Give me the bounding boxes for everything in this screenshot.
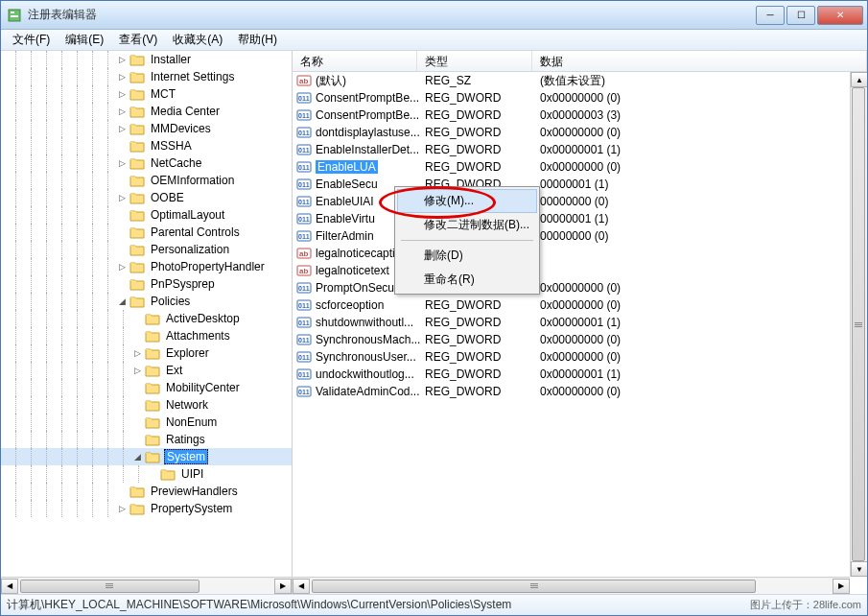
list-row[interactable]: 011EnableUIAIREG_DWORD00000000 (0) <box>293 193 867 210</box>
tree-item[interactable]: ◢Policies <box>1 293 292 310</box>
tree-item[interactable]: Parental Controls <box>1 224 292 241</box>
tree-item[interactable]: ◢System <box>1 448 292 465</box>
list-row[interactable]: 011SynchronousMach...REG_DWORD0x00000000… <box>293 331 867 348</box>
scroll-track[interactable] <box>851 87 866 561</box>
tree-item[interactable]: MSSHA <box>1 137 292 154</box>
expander-icon[interactable]: ▷ <box>116 71 128 83</box>
tree-item[interactable]: Network <box>1 396 292 414</box>
expander-icon[interactable]: ▷ <box>116 88 128 100</box>
ctx-rename[interactable]: 重命名(R) <box>397 268 537 292</box>
expander-icon[interactable]: ◢ <box>116 296 128 307</box>
list-row[interactable]: 011EnableLUAREG_DWORD0x00000000 (0) <box>293 158 867 176</box>
list-row[interactable]: ablegalnoticecaptionREG_SZ <box>293 245 867 262</box>
list-row[interactable]: ablegalnoticetextREG_SZ <box>293 262 867 279</box>
tree-item[interactable]: ActiveDesktop <box>1 310 292 327</box>
expander-icon[interactable] <box>131 399 143 411</box>
expander-icon[interactable]: ▷ <box>116 54 128 65</box>
menu-favorites[interactable]: 收藏夹(A) <box>165 30 230 50</box>
expander-icon[interactable] <box>116 278 128 290</box>
expander-icon[interactable] <box>131 434 143 445</box>
expander-icon[interactable]: ▷ <box>116 106 128 117</box>
tree-item[interactable]: Personalization <box>1 241 292 258</box>
titlebar[interactable]: 注册表编辑器 ─ ☐ ✕ <box>1 1 867 30</box>
tree-hscrollbar[interactable]: ◀ ▶ <box>1 577 292 594</box>
tree-item[interactable]: NonEnum <box>1 414 292 431</box>
expander-icon[interactable] <box>131 416 143 428</box>
expander-icon[interactable] <box>147 468 158 480</box>
scroll-left-icon[interactable]: ◀ <box>1 579 18 594</box>
list-row[interactable]: 011undockwithoutlog...REG_DWORD0x0000000… <box>293 366 867 383</box>
scroll-track[interactable] <box>310 579 833 594</box>
tree-item[interactable]: ▷NetCache <box>1 154 292 172</box>
expander-icon[interactable]: ▷ <box>116 157 128 169</box>
scroll-thumb[interactable] <box>312 580 756 593</box>
tree-item[interactable]: PreviewHandlers <box>1 483 292 500</box>
scroll-thumb[interactable] <box>20 580 199 593</box>
expander-icon[interactable]: ▷ <box>131 347 143 359</box>
menu-file[interactable]: 文件(F) <box>5 30 58 50</box>
list-row[interactable]: 011PromptOnSecureD...REG_DWORD0x00000000… <box>293 279 867 296</box>
list-row[interactable]: 011EnableVirtuREG_DWORD00000001 (1) <box>293 210 867 227</box>
expander-icon[interactable] <box>116 226 128 238</box>
close-button[interactable]: ✕ <box>817 6 863 25</box>
minimize-button[interactable]: ─ <box>756 6 785 25</box>
tree-item[interactable]: ▷Internet Settings <box>1 68 292 85</box>
tree-body[interactable]: ▷Installer▷Internet Settings▷MCT▷Media C… <box>1 51 292 577</box>
scroll-left-icon[interactable]: ◀ <box>293 579 310 594</box>
tree-item[interactable]: Ratings <box>1 431 292 448</box>
tree-item[interactable]: OEMInformation <box>1 172 292 189</box>
tree-item[interactable]: MobilityCenter <box>1 379 292 396</box>
ctx-delete[interactable]: 删除(D) <box>397 244 537 268</box>
scroll-up-icon[interactable]: ▲ <box>851 72 867 87</box>
tree-item[interactable]: ▷Media Center <box>1 103 292 120</box>
expander-icon[interactable] <box>116 244 128 255</box>
maximize-button[interactable]: ☐ <box>786 6 815 25</box>
list-row[interactable]: 011ValidateAdminCod...REG_DWORD0x0000000… <box>293 383 867 400</box>
tree-item[interactable]: ▷PropertySystem <box>1 500 292 517</box>
list-body[interactable]: ab(默认)REG_SZ(数值未设置)011ConsentPromptBe...… <box>293 72 867 594</box>
menu-view[interactable]: 查看(V) <box>111 30 165 50</box>
expander-icon[interactable]: ▷ <box>116 503 128 514</box>
expander-icon[interactable] <box>116 209 128 221</box>
tree-item[interactable]: ▷PhotoPropertyHandler <box>1 258 292 275</box>
list-hscrollbar[interactable]: ◀ ▶ <box>293 577 850 594</box>
expander-icon[interactable] <box>116 175 128 186</box>
list-vscrollbar[interactable]: ▲ ▼ <box>850 72 867 577</box>
tree-item[interactable]: PnPSysprep <box>1 275 292 293</box>
column-type[interactable]: 类型 <box>417 51 532 71</box>
expander-icon[interactable]: ◢ <box>131 451 143 462</box>
tree-item[interactable]: ▷Explorer <box>1 344 292 362</box>
expander-icon[interactable]: ▷ <box>131 365 143 376</box>
list-row[interactable]: 011scforceoptionREG_DWORD0x00000000 (0) <box>293 296 867 314</box>
expander-icon[interactable]: ▷ <box>116 261 128 272</box>
expander-icon[interactable]: ▷ <box>116 192 128 203</box>
ctx-modify-binary[interactable]: 修改二进制数据(B)... <box>397 213 537 237</box>
list-row[interactable]: 011FilterAdminREG_DWORD00000000 (0) <box>293 227 867 245</box>
scroll-thumb[interactable] <box>852 87 865 561</box>
list-row[interactable]: 011shutdownwithoutl...REG_DWORD0x0000000… <box>293 314 867 331</box>
list-row[interactable]: 011EnableInstallerDet...REG_DWORD0x00000… <box>293 141 867 158</box>
tree-item[interactable]: ▷Ext <box>1 362 292 379</box>
list-row[interactable]: 011ConsentPromptBe...REG_DWORD0x00000000… <box>293 89 867 107</box>
tree-item[interactable]: Attachments <box>1 327 292 344</box>
tree-item[interactable]: OptimalLayout <box>1 206 292 224</box>
scroll-track[interactable] <box>18 579 274 594</box>
scroll-down-icon[interactable]: ▼ <box>851 561 867 577</box>
expander-icon[interactable] <box>131 382 143 393</box>
menu-help[interactable]: 帮助(H) <box>230 30 285 50</box>
list-row[interactable]: 011dontdisplaylastuse...REG_DWORD0x00000… <box>293 124 867 141</box>
column-data[interactable]: 数据 <box>532 51 867 71</box>
list-row[interactable]: ab(默认)REG_SZ(数值未设置) <box>293 72 867 89</box>
tree-item[interactable]: ▷OOBE <box>1 189 292 206</box>
expander-icon[interactable] <box>116 140 128 152</box>
menu-edit[interactable]: 编辑(E) <box>58 30 111 50</box>
expander-icon[interactable] <box>116 486 128 497</box>
tree-item[interactable]: ▷Installer <box>1 51 292 68</box>
tree-item[interactable]: ▷MMDevices <box>1 120 292 137</box>
list-row[interactable]: 011EnableSecuREG_DWORD00000001 (1) <box>293 176 867 193</box>
column-name[interactable]: 名称 <box>293 51 417 71</box>
ctx-modify[interactable]: 修改(M)... <box>397 189 537 213</box>
list-row[interactable]: 011SynchronousUser...REG_DWORD0x00000000… <box>293 348 867 366</box>
list-row[interactable]: 011ConsentPromptBe...REG_DWORD0x00000003… <box>293 107 867 124</box>
expander-icon[interactable]: ▷ <box>116 123 128 134</box>
